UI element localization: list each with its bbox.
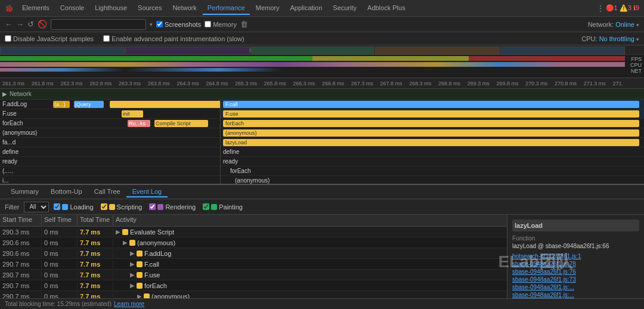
col-self-time[interactable]: Self Time: [42, 215, 78, 226]
tree-expand-icon[interactable]: ▶: [116, 228, 120, 235]
learn-more-link[interactable]: Learn more: [114, 301, 144, 307]
tree-expand-icon[interactable]: ▶: [123, 239, 128, 246]
tab-elements[interactable]: Elements: [17, 2, 54, 15]
cpu-label: CPU: No throttling ▾: [581, 35, 639, 42]
flame-bar-main[interactable]: [110, 101, 221, 108]
filter-loading[interactable]: Loading: [54, 203, 93, 211]
tab-performance[interactable]: Performance: [203, 2, 250, 15]
sidebar-link[interactable]: sbase-0948aa26f1.js:...: [512, 292, 639, 298]
flame-label: forEach: [2, 120, 50, 126]
url-input[interactable]: www.baidu.com #2: [51, 19, 146, 30]
flame-label: (..…: [2, 168, 50, 174]
loading-dot: [62, 204, 68, 210]
sidebar-function-value: lazyLoad @ sbase-0948aa26f1.js:66: [512, 243, 639, 249]
filter-painting[interactable]: Painting: [203, 203, 243, 211]
flame-bar-runs[interactable]: Ru...ks: [128, 120, 150, 127]
cell-self: 0 ms: [42, 249, 78, 258]
tab-security[interactable]: Security: [328, 2, 361, 15]
flame-bar-foreach[interactable]: forEach: [223, 120, 639, 127]
table-row[interactable]: 290.6 ms 0 ms 7.7 ms ▶ (anonymous): [0, 237, 507, 248]
flame-bar-compile[interactable]: Compile Script: [154, 120, 208, 127]
tab-lighthouse[interactable]: Lighthouse: [90, 2, 132, 15]
activity-icon: [137, 283, 143, 289]
tab-application[interactable]: Application: [285, 2, 327, 15]
flame-bar-a-log[interactable]: (a...): [53, 101, 70, 108]
sidebar-link[interactable]: hotsearch-8f112f3361.js:1: [512, 253, 639, 259]
cell-total: 7.7 ms: [78, 260, 113, 268]
col-activity[interactable]: Activity: [113, 215, 507, 226]
tree-expand-icon[interactable]: ▶: [130, 282, 135, 289]
tab-call-tree[interactable]: Call Tree: [88, 187, 126, 197]
cell-self: 0 ms: [42, 292, 78, 299]
notification-badges: 🔴1 ⚠️3 ℹ9: [606, 4, 639, 12]
enable-paint-checkbox[interactable]: Enable advanced paint instrumentation (s…: [103, 35, 244, 42]
table-row[interactable]: 290.6 ms 0 ms 7.7 ms ▶ F.addLog: [0, 248, 507, 259]
col-total-time[interactable]: Total Time: [78, 215, 113, 226]
memory-checkbox[interactable]: Memory: [205, 21, 237, 28]
cpu-dropdown-icon[interactable]: ▾: [636, 36, 639, 42]
table-row[interactable]: 290.7 ms 0 ms 7.7 ms ▶ F.call: [0, 259, 507, 270]
screenshots-checkbox[interactable]: Screenshots: [156, 21, 201, 28]
network-section-label: Network: [10, 91, 32, 97]
network-dropdown-icon[interactable]: ▾: [636, 22, 639, 28]
disable-js-checkbox[interactable]: Disable JavaScript samples: [5, 35, 94, 42]
zoom-label: 271.3 ms: [584, 81, 613, 86]
table-row[interactable]: 290.7 ms 0 ms 7.7 ms ▶ forEach: [0, 280, 507, 291]
flame-row: i...: [0, 176, 220, 184]
tab-sources[interactable]: Sources: [133, 2, 166, 15]
table-rows: 290.3 ms 0 ms 7.7 ms ▶ Evaluate Script 2…: [0, 227, 507, 298]
sidebar-link[interactable]: sbase-0948aa26f1.js:76: [512, 268, 639, 275]
network-section-arrow[interactable]: ▶: [2, 91, 7, 97]
flame-bar-init[interactable]: init: [122, 110, 143, 118]
tree-expand-icon[interactable]: ▶: [137, 293, 142, 298]
cell-start: 290.7 ms: [0, 260, 42, 268]
sidebar-link[interactable]: sbase-0948aa26f1.js:78: [512, 261, 639, 267]
tab-memory[interactable]: Memory: [251, 2, 284, 15]
filter-scripting[interactable]: Scripting: [101, 203, 143, 211]
activity-text: F.use: [144, 271, 160, 279]
tab-adblock-plus[interactable]: Adblock Plus: [363, 2, 410, 15]
flame-bar-jquery[interactable]: jQuery: [74, 101, 104, 108]
devtools-menu-icon[interactable]: ⋮: [596, 4, 605, 13]
network-value[interactable]: Online: [615, 21, 634, 28]
reload-button[interactable]: ↺: [27, 20, 34, 29]
clear-button[interactable]: 🚫: [38, 20, 47, 29]
tree-expand-icon[interactable]: ▶: [130, 250, 135, 257]
flame-bar-fcall[interactable]: F.call: [223, 101, 639, 108]
activity-text: Evaluate Script: [130, 228, 174, 236]
filter-rendering[interactable]: Rendering: [149, 203, 196, 211]
tree-expand-icon[interactable]: ▶: [130, 261, 135, 267]
zoom-label: 269.8 ms: [496, 81, 525, 86]
flame-bar-lazyload[interactable]: lazyLoad: [223, 139, 639, 146]
tab-bottom-up[interactable]: Bottom-Up: [45, 187, 88, 197]
filter-select[interactable]: All: [24, 202, 49, 212]
flame-bar-fuse[interactable]: F.use: [223, 110, 639, 118]
tab-network[interactable]: Network: [168, 2, 201, 15]
flame-chart-right: F.call F.use forEach (anonymous) lazyLoa…: [221, 100, 644, 184]
clear-recording-button[interactable]: 🗑: [240, 20, 248, 29]
flame-row-right: forEach: [221, 119, 644, 128]
zoom-label: 262.3 ms: [60, 81, 89, 86]
favicon-icon: 🐞: [5, 4, 14, 13]
table-row[interactable]: 290.7 ms 0 ms 7.7 ms ▶ (anonymous): [0, 291, 507, 298]
tab-summary[interactable]: Summary: [5, 187, 45, 197]
table-row[interactable]: 290.7 ms 0 ms 7.7 ms ▶ F.use: [0, 270, 507, 280]
flame-row: define: [0, 147, 220, 157]
dropdown-arrow-icon[interactable]: ▾: [150, 21, 153, 27]
col-start-time[interactable]: Start Time: [0, 215, 42, 226]
cpu-value[interactable]: No throttling: [599, 35, 634, 42]
zoom-label: 266.3 ms: [293, 81, 322, 86]
tab-console[interactable]: Console: [55, 2, 89, 15]
forward-button[interactable]: →: [16, 20, 24, 29]
flame-bar-anon[interactable]: (anonymous): [223, 129, 639, 137]
activity-text: (anonymous): [137, 239, 175, 246]
table-row[interactable]: 290.3 ms 0 ms 7.7 ms ▶ Evaluate Script: [0, 227, 507, 237]
cell-self: 0 ms: [42, 271, 78, 279]
tab-event-log[interactable]: Event Log: [126, 187, 168, 197]
zoom-label: 262.8 ms: [89, 81, 119, 86]
back-button[interactable]: ←: [5, 20, 13, 29]
activity-text: (anonymous): [151, 293, 190, 299]
sidebar-link[interactable]: sbase-0948aa26f1.js:...: [512, 284, 639, 291]
sidebar-link[interactable]: sbase-0948aa26f1.js:73: [512, 276, 639, 283]
tree-expand-icon[interactable]: ▶: [130, 271, 135, 278]
